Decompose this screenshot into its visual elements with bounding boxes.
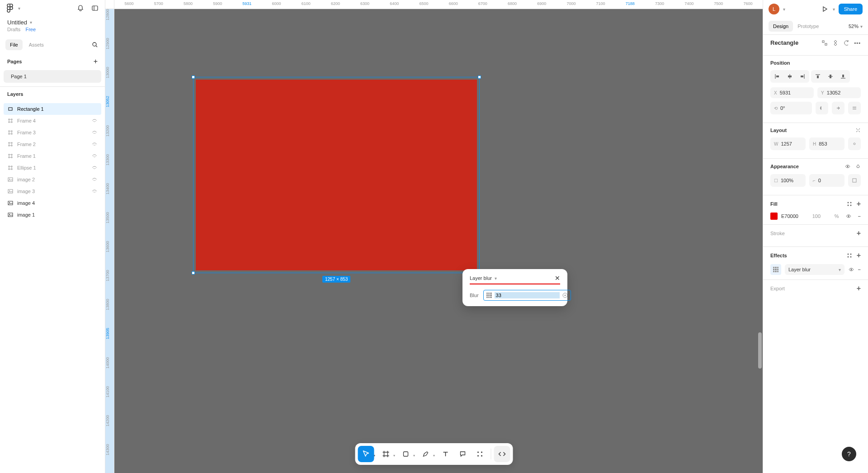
y-field[interactable]: Y13052 — [817, 87, 861, 98]
chevron-down-icon[interactable]: ▾ — [30, 20, 32, 25]
notification-icon[interactable] — [76, 4, 85, 13]
panel-toggle-icon[interactable] — [90, 4, 99, 13]
width-field[interactable]: W1257 — [770, 137, 806, 150]
hidden-icon[interactable] — [91, 130, 98, 135]
layer-item[interactable]: Frame 3 — [4, 127, 101, 138]
close-icon[interactable]: ✕ — [555, 274, 560, 282]
add-effect-button[interactable]: + — [857, 251, 861, 260]
add-page-button[interactable]: + — [94, 57, 98, 66]
selection-handle[interactable] — [478, 76, 481, 79]
radius-field[interactable]: ⌐0 — [809, 174, 844, 187]
blur-input-wrap[interactable] — [483, 290, 571, 301]
more-transform-icon[interactable] — [848, 102, 861, 114]
opacity-field[interactable]: ☐100% — [770, 174, 806, 187]
chevron-down-icon[interactable]: ▾ — [495, 276, 497, 281]
dev-mode-toggle[interactable] — [494, 446, 510, 462]
tab-file[interactable]: File — [5, 39, 23, 50]
pen-tool[interactable] — [418, 446, 434, 462]
layer-item[interactable]: image 4 — [4, 197, 101, 209]
present-button[interactable] — [820, 5, 829, 14]
layer-item[interactable]: Frame 1 — [4, 150, 101, 162]
align-vcenter[interactable] — [825, 71, 836, 82]
remove-effect-button[interactable]: − — [858, 267, 861, 272]
selection-handle[interactable] — [192, 271, 195, 274]
scrollbar-thumb[interactable] — [758, 332, 762, 369]
variable-icon[interactable] — [562, 293, 568, 298]
more-icon[interactable]: ••• — [854, 40, 861, 46]
blend-icon[interactable] — [855, 164, 861, 169]
hidden-icon[interactable] — [91, 177, 98, 182]
add-stroke-button[interactable]: + — [857, 229, 861, 237]
radius-detail-icon[interactable] — [848, 174, 861, 187]
figma-logo[interactable] — [5, 4, 14, 13]
hidden-icon[interactable] — [91, 189, 98, 194]
align-top[interactable] — [812, 71, 824, 82]
flip-v-icon[interactable] — [832, 102, 844, 114]
tab-prototype[interactable]: Prototype — [793, 21, 823, 32]
remove-fill-button[interactable]: − — [858, 213, 861, 219]
align-left[interactable] — [771, 71, 783, 82]
effect-type-select[interactable]: Layer blur ▾ — [785, 264, 844, 275]
align-icon[interactable] — [821, 40, 828, 46]
tab-design[interactable]: Design — [769, 21, 793, 32]
search-icon[interactable] — [90, 40, 99, 49]
selection-handle[interactable] — [192, 76, 195, 79]
canvas[interactable]: 5600570058005900593160006100620063006400… — [105, 0, 763, 473]
ruler-vertical[interactable]: 1280012900130001305213200133001340013500… — [105, 9, 114, 473]
align-bottom[interactable] — [837, 71, 849, 82]
chevron-down-icon[interactable]: ▾ — [18, 6, 20, 11]
flip-h-icon[interactable] — [816, 102, 828, 114]
frame-tool[interactable] — [378, 446, 394, 462]
hidden-icon[interactable] — [91, 118, 98, 123]
file-title[interactable]: Untitled — [7, 19, 27, 26]
layer-item[interactable]: image 1 — [4, 209, 101, 221]
fill-swatch[interactable] — [770, 213, 778, 220]
drafts-label[interactable]: Drafts — [7, 27, 20, 32]
autolayout-icon[interactable] — [855, 128, 861, 133]
align-right[interactable] — [797, 71, 808, 82]
align-hcenter[interactable] — [784, 71, 796, 82]
layer-item[interactable]: Ellipse 1 — [4, 162, 101, 174]
actions-tool[interactable] — [472, 446, 488, 462]
scrollbar[interactable] — [758, 332, 762, 459]
add-fill-button[interactable]: + — [857, 200, 861, 208]
reset-icon[interactable] — [843, 40, 849, 46]
constrain-icon[interactable] — [848, 137, 861, 150]
add-export-button[interactable]: + — [857, 284, 861, 293]
zoom-control[interactable]: 52% ▾ — [849, 24, 863, 29]
component-icon[interactable] — [832, 40, 839, 46]
x-field[interactable]: X5931 — [770, 87, 814, 98]
hidden-icon[interactable] — [91, 154, 98, 158]
shape-tool[interactable] — [398, 446, 414, 462]
fill-pct[interactable]: 100 — [812, 213, 821, 219]
fill-hex[interactable]: E70000 — [781, 213, 798, 219]
share-button[interactable]: Share — [839, 4, 863, 14]
chevron-down-icon[interactable]: ▾ — [833, 7, 835, 12]
height-field[interactable]: H853 — [809, 137, 844, 150]
ruler-horizontal[interactable]: 5600570058005900593160006100620063006400… — [114, 0, 763, 9]
styles-icon[interactable] — [847, 253, 852, 258]
hidden-icon[interactable] — [91, 166, 98, 170]
tab-assets[interactable]: Assets — [24, 39, 48, 50]
avatar[interactable]: L — [769, 4, 779, 14]
text-tool[interactable] — [438, 446, 454, 462]
hidden-icon[interactable] — [91, 142, 98, 147]
page-item[interactable]: Page 1 — [4, 70, 101, 83]
layer-item[interactable]: image 2 — [4, 174, 101, 185]
layer-item[interactable]: Frame 4 — [4, 115, 101, 127]
comment-tool[interactable] — [455, 446, 471, 462]
styles-icon[interactable] — [847, 201, 852, 207]
blur-input[interactable] — [495, 292, 560, 298]
visibility-icon[interactable] — [848, 266, 854, 273]
visibility-icon[interactable] — [844, 163, 851, 170]
layer-item[interactable]: Rectangle 1 — [4, 103, 101, 115]
layer-item[interactable]: image 3 — [4, 185, 101, 197]
rotation-field[interactable]: ⟲0° — [770, 102, 812, 114]
move-tool[interactable] — [358, 446, 374, 462]
help-button[interactable]: ? — [842, 447, 856, 461]
layer-item[interactable]: Frame 2 — [4, 138, 101, 150]
effect-settings-icon[interactable] — [770, 264, 781, 275]
plan-badge[interactable]: Free — [25, 27, 36, 32]
chevron-down-icon[interactable]: ▾ — [783, 7, 785, 12]
chevron-down-icon[interactable]: ▾ — [860, 24, 863, 29]
